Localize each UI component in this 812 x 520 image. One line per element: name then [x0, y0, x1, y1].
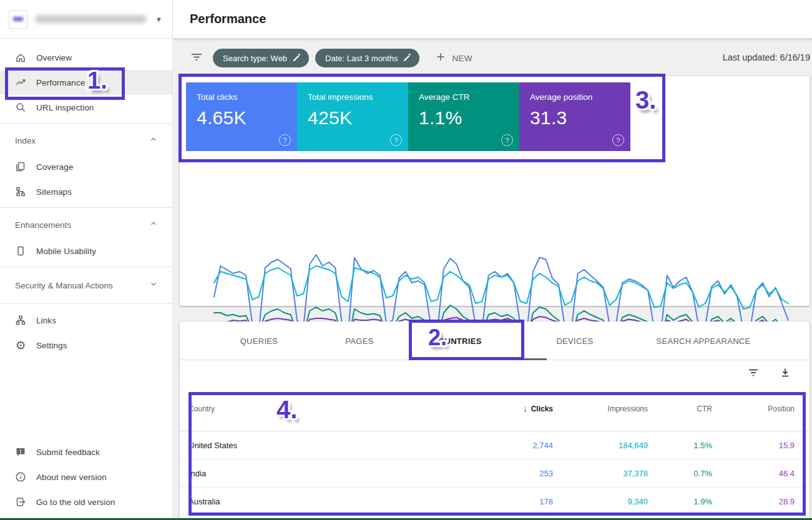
divider [0, 207, 172, 208]
section-security-manual-actions[interactable]: Security & Manual Actions [0, 270, 172, 300]
search-icon [15, 102, 26, 113]
sidebar-item-label: Go to the old version [36, 498, 115, 507]
sidebar-item-url-inspection[interactable]: URL inspection [0, 95, 172, 120]
column-header-clicks[interactable]: ↓Clicks [453, 404, 553, 413]
metric-label: Total clicks [197, 92, 297, 102]
tab-queries[interactable]: QUERIES [240, 321, 278, 360]
sidebar-item-coverage[interactable]: Coverage [0, 154, 172, 179]
column-header-label: Clicks [531, 405, 553, 413]
divider [0, 303, 172, 304]
metric-value: 4.65K [197, 107, 297, 129]
exit-icon [15, 496, 26, 508]
section-index[interactable]: Index [0, 127, 172, 154]
dropdown-caret-icon[interactable]: ▼ [155, 16, 162, 23]
sidebar-item-label: About new version [36, 473, 107, 482]
table-row[interactable]: United States 2,744 184,649 1.5% 15.9 [180, 431, 810, 459]
cell-clicks: 178 [453, 497, 553, 506]
search-type-chip[interactable]: Search type: Web [213, 49, 309, 67]
sidebar-item-overview[interactable]: Overview [0, 45, 172, 70]
divider [0, 267, 172, 267]
column-header-impressions[interactable]: Impressions [553, 405, 648, 413]
sidebar-item-label: Overview [36, 53, 72, 62]
sidebar-item-label: Settings [36, 341, 67, 350]
filter-bar: Search type: Web Date: Last 3 months NEW… [174, 47, 812, 69]
metric-cards: Total clicks 4.65K ? Total impressions 4… [186, 82, 630, 151]
pencil-icon [292, 52, 301, 64]
sidebar-item-settings[interactable]: ⚙ Settings [0, 333, 172, 358]
help-icon[interactable]: ? [279, 134, 291, 146]
section-label: Security & Manual Actions [15, 281, 113, 290]
tab-countries[interactable]: COUNTRIES [432, 321, 481, 360]
new-button-label: NEW [452, 54, 472, 63]
metric-label: Average position [530, 92, 630, 102]
tab-search-appearance[interactable]: SEARCH APPEARANCE [656, 321, 750, 360]
info-icon [15, 471, 26, 483]
tab-pages[interactable]: PAGES [345, 321, 373, 360]
cell-impressions: 9,340 [553, 497, 648, 506]
sidebar-item-sitemaps[interactable]: Sitemaps [0, 179, 172, 204]
help-icon[interactable]: ? [390, 134, 402, 146]
site-name-blurred [35, 15, 147, 23]
sidebar-item-label: Performance [36, 78, 85, 87]
table-filter-icon[interactable] [747, 367, 760, 381]
sidebar: ▼ Overview Performance URL inspection In… [0, 0, 173, 520]
table-row[interactable]: Australia 178 9,340 1.9% 28.9 [180, 488, 810, 516]
metric-value: 1.1% [419, 107, 519, 129]
sidebar-item-links[interactable]: Links [0, 308, 172, 333]
sidebar-item-label: Links [36, 316, 56, 325]
metric-card-total-clicks[interactable]: Total clicks 4.65K ? [186, 82, 297, 151]
metric-label: Average CTR [419, 92, 519, 102]
help-icon[interactable]: ? [612, 134, 624, 146]
sidebar-item-label: Mobile Usability [36, 247, 96, 256]
feedback-icon [15, 446, 26, 458]
chevron-down-icon [149, 279, 159, 292]
metric-card-average-position[interactable]: Average position 31.3 ? [519, 82, 630, 151]
sort-descending-icon: ↓ [523, 404, 527, 413]
search-console-performance-page: ▼ Overview Performance URL inspection In… [0, 0, 812, 520]
pencil-icon [403, 52, 412, 64]
table-header-row: Country ↓Clicks Impressions CTR Position [180, 386, 810, 431]
mobile-icon [15, 245, 26, 257]
section-enhancements[interactable]: Enhancements [0, 211, 172, 238]
divider [0, 123, 172, 124]
chart-series-impressions [214, 266, 788, 309]
new-filter-button[interactable]: NEW [436, 52, 472, 64]
sidebar-item-mobile-usability[interactable]: Mobile Usability [0, 238, 172, 263]
date-range-chip[interactable]: Date: Last 3 months [315, 49, 419, 67]
cell-country: United States [188, 441, 453, 450]
cell-ctr: 1.9% [648, 497, 712, 506]
filter-icon[interactable] [190, 51, 203, 65]
coverage-icon [15, 161, 26, 172]
home-icon [15, 52, 26, 63]
chevron-up-icon [149, 134, 159, 147]
column-header-position[interactable]: Position [712, 405, 795, 413]
column-header-ctr[interactable]: CTR [648, 405, 712, 413]
cell-impressions: 37,378 [553, 469, 648, 478]
sidebar-item-go-to-old-version[interactable]: Go to the old version [0, 489, 172, 514]
sidebar-item-performance[interactable]: Performance [0, 70, 172, 95]
metric-value: 425K [308, 107, 408, 129]
sidebar-item-submit-feedback[interactable]: Submit feedback [0, 439, 172, 464]
sidebar-item-about-new-version[interactable]: About new version [0, 464, 172, 489]
chip-label: Search type: Web [223, 54, 287, 63]
cell-clicks: 2,744 [453, 441, 553, 450]
sidebar-item-label: Coverage [36, 162, 73, 172]
metric-card-total-impressions[interactable]: Total impressions 425K ? [297, 82, 408, 151]
column-header-country[interactable]: Country [188, 405, 453, 413]
sidebar-item-label: Sitemaps [36, 187, 72, 197]
help-icon[interactable]: ? [501, 134, 513, 146]
site-selector[interactable]: ▼ [0, 0, 172, 39]
tab-devices[interactable]: DEVICES [556, 321, 593, 360]
site-logo-blurred [13, 17, 23, 21]
metric-label: Total impressions [308, 92, 408, 102]
metric-card-average-ctr[interactable]: Average CTR 1.1% ? [408, 82, 519, 151]
sidebar-item-label: Submit feedback [36, 448, 100, 457]
performance-chart-card: Total clicks 4.65K ? Total impressions 4… [180, 76, 810, 306]
table-row[interactable]: India 253 37,378 0.7% 46.4 [180, 459, 810, 488]
cell-impressions: 184,649 [553, 441, 648, 450]
download-icon[interactable] [780, 367, 791, 381]
site-logo [9, 10, 27, 29]
trending-up-icon [15, 77, 26, 88]
plus-icon [436, 52, 446, 64]
main-header: Performance [174, 0, 812, 39]
